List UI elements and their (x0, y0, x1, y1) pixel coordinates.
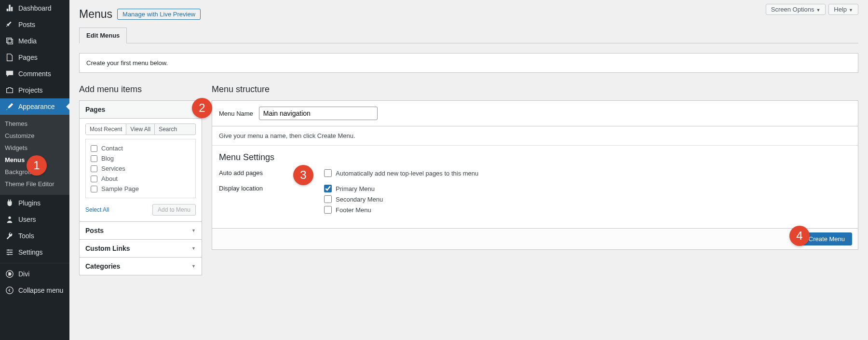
sidebar-label: Comments (18, 70, 51, 78)
mini-tab-view-all[interactable]: View All (126, 124, 155, 135)
sidebar-label: Projects (18, 86, 43, 94)
auto-add-checkbox[interactable] (324, 169, 332, 177)
add-to-menu-button[interactable]: Add to Menu (152, 204, 196, 216)
sidebar-label: Media (18, 37, 37, 45)
menu-settings-heading: Menu Settings (219, 152, 851, 163)
sidebar-item-users[interactable]: Users (0, 211, 69, 228)
sidebar-label: Users (18, 216, 36, 223)
sidebar-label: Pages (18, 54, 38, 61)
accordion-head-pages[interactable]: Pages (80, 101, 202, 119)
location-option-secondary[interactable]: Secondary Menu (324, 195, 383, 203)
sidebar-label: Posts (18, 21, 35, 28)
accordion-body-pages: Most Recent View All Search Contact Blog… (80, 119, 202, 221)
wrench-icon (5, 231, 14, 241)
tab-edit-menus[interactable]: Edit Menus (79, 27, 127, 43)
manage-live-preview-link[interactable]: Manage with Live Preview (117, 9, 201, 20)
collapse-icon (5, 286, 14, 295)
submenu-widgets[interactable]: Widgets (0, 142, 69, 154)
location-option-primary[interactable]: Primary Menu (324, 185, 383, 192)
menu-name-label: Menu Name (219, 110, 253, 117)
sidebar-item-projects[interactable]: Projects (0, 82, 69, 98)
menu-name-input[interactable] (259, 107, 378, 120)
sidebar-label: Collapse menu (18, 286, 63, 294)
sidebar-label: Settings (18, 248, 43, 256)
sidebar-item-comments[interactable]: Comments (0, 66, 69, 82)
sidebar-item-media[interactable]: Media (0, 33, 69, 49)
add-menu-items-column: Add menu items 2 Pages Most Recent View … (79, 84, 202, 275)
svg-point-2 (10, 252, 12, 253)
mini-tab-most-recent[interactable]: Most Recent (86, 124, 126, 135)
annotation-badge-3: 3 (293, 165, 313, 185)
top-utility-bar: Screen Options▼ Help▼ (766, 4, 858, 15)
page-item[interactable]: Contact (91, 143, 190, 153)
sidebar-item-posts[interactable]: Posts (0, 16, 69, 33)
select-all-link[interactable]: Select All (85, 206, 109, 213)
plugin-icon (5, 198, 14, 208)
sidebar-submenu: Themes Customize Widgets Menus Backgroun… (0, 115, 69, 195)
menu-name-row: Menu Name (212, 101, 858, 126)
submenu-customize[interactable]: Customize (0, 130, 69, 142)
chevron-down-icon: ▼ (191, 246, 196, 251)
menu-settings-section: 3 Menu Settings Auto add pages Automatic… (212, 145, 858, 228)
notice: Create your first menu below. (79, 53, 858, 73)
help-toggle[interactable]: Help▼ (828, 4, 858, 15)
pages-mini-tabs: Most Recent View All Search (85, 123, 196, 135)
menu-structure-column: Menu structure Menu Name Give your menu … (212, 84, 858, 250)
right-column-title: Menu structure (212, 84, 858, 95)
page-item[interactable]: About (91, 174, 190, 184)
sidebar-item-tools[interactable]: Tools (0, 228, 69, 244)
pin-icon (5, 20, 14, 29)
submenu-themes[interactable]: Themes (0, 118, 69, 130)
chevron-down-icon: ▼ (816, 8, 820, 13)
sidebar-item-settings[interactable]: Settings (0, 244, 69, 260)
page-checkbox[interactable] (91, 176, 97, 182)
page-item[interactable]: Services (91, 163, 190, 174)
sidebar-label: Tools (18, 232, 34, 240)
sidebar-item-pages[interactable]: Pages (0, 49, 69, 66)
left-column-title: Add menu items (79, 84, 202, 95)
svg-point-3 (8, 254, 9, 255)
submenu-theme-file-editor[interactable]: Theme File Editor (0, 178, 69, 190)
location-checkbox[interactable] (324, 206, 332, 214)
page-item[interactable]: Sample Page (91, 184, 190, 194)
page-checkbox[interactable] (91, 155, 97, 162)
sidebar-label: Divi (18, 270, 29, 278)
accordion-head-categories[interactable]: Categories▼ (80, 257, 202, 275)
svg-point-0 (8, 217, 11, 219)
structure-footer: 4 Create Menu (212, 228, 858, 249)
auto-add-option[interactable]: Automatically add new top-level pages to… (324, 169, 478, 177)
page-checkbox[interactable] (91, 145, 97, 152)
portfolio-icon (5, 85, 14, 95)
page-item[interactable]: Blog (91, 153, 190, 163)
main-content: Screen Options▼ Help▼ Menus Manage with … (69, 0, 868, 340)
sidebar-item-divi[interactable]: Divi (0, 266, 69, 282)
annotation-badge-2: 2 (192, 98, 212, 118)
page-checkbox[interactable] (91, 165, 97, 172)
svg-point-1 (8, 249, 9, 251)
location-checkbox[interactable] (324, 195, 332, 203)
sidebar-item-appearance[interactable]: Appearance (0, 98, 69, 115)
sidebar-label: Appearance (18, 103, 55, 110)
chevron-down-icon: ▼ (849, 8, 853, 13)
page-checkbox[interactable] (91, 186, 97, 192)
sidebar-item-dashboard[interactable]: Dashboard (0, 0, 69, 16)
screen-options-toggle[interactable]: Screen Options▼ (766, 4, 826, 15)
location-checkbox[interactable] (324, 185, 332, 192)
user-icon (5, 215, 14, 224)
annotation-badge-4: 4 (789, 226, 810, 246)
pages-checkbox-list: Contact Blog Services About Sample Page (85, 139, 196, 198)
svg-point-5 (6, 287, 13, 294)
sidebar-item-plugins[interactable]: Plugins (0, 195, 69, 211)
divi-icon (5, 269, 14, 279)
sidebar-item-collapse[interactable]: Collapse menu (0, 282, 69, 299)
page-title: Menus Manage with Live Preview (79, 8, 858, 21)
accordion-head-posts[interactable]: Posts▼ (80, 221, 202, 239)
sidebar-label: Plugins (18, 199, 41, 207)
accordion-head-custom-links[interactable]: Custom Links▼ (80, 239, 202, 257)
tab-bar: Edit Menus (79, 27, 858, 43)
menu-hint: Give your menu a name, then click Create… (212, 126, 858, 145)
location-option-footer[interactable]: Footer Menu (324, 206, 383, 214)
accordion-container: 2 Pages Most Recent View All Search Cont… (79, 100, 202, 275)
mini-tab-search[interactable]: Search (155, 124, 181, 135)
comment-icon (5, 69, 14, 79)
